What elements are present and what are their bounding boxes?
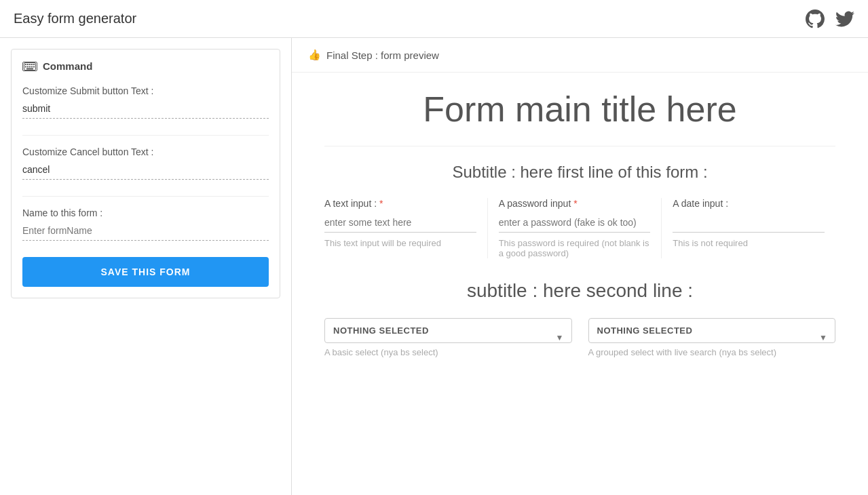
- right-panel: 👍 Final Step : form preview Form main ti…: [292, 38, 868, 495]
- keyboard-icon: [22, 62, 37, 71]
- field-text: A text input : * This text input will be…: [324, 198, 488, 258]
- select-basic[interactable]: NOTHING SELECTED: [324, 318, 572, 343]
- command-card: Command Customize Submit button Text : C…: [11, 49, 280, 298]
- cancel-group: Customize Cancel button Text :: [22, 146, 269, 180]
- submit-input[interactable]: [22, 100, 269, 119]
- app-header: Easy form generator: [0, 0, 868, 38]
- fields-row: A text input : * This text input will be…: [324, 198, 835, 258]
- submit-label: Customize Submit button Text :: [22, 85, 269, 96]
- title-divider: [324, 146, 835, 146]
- field-date-input[interactable]: [673, 214, 825, 233]
- cancel-input[interactable]: [22, 161, 269, 180]
- field-password-hint: This password is required (not blank is …: [499, 238, 651, 258]
- save-button[interactable]: SAVE THIS FORM: [22, 257, 269, 287]
- left-panel: Command Customize Submit button Text : C…: [0, 38, 292, 495]
- preview-header: 👍 Final Step : form preview: [292, 38, 868, 73]
- svg-rect-4: [31, 64, 33, 65]
- svg-rect-9: [31, 66, 33, 67]
- field-text-label: A text input : *: [324, 198, 476, 209]
- field-text-input[interactable]: [324, 214, 476, 233]
- svg-rect-2: [27, 64, 29, 65]
- panel-header: Command: [22, 60, 269, 72]
- divider-2: [22, 196, 269, 197]
- divider-1: [22, 135, 269, 136]
- twitter-icon[interactable]: [835, 9, 854, 28]
- formname-input[interactable]: [22, 222, 269, 241]
- preview-header-text: Final Step : form preview: [326, 50, 439, 61]
- required-star-text: *: [379, 198, 383, 209]
- field-password-input[interactable]: [499, 214, 651, 233]
- selects-row: NOTHING SELECTED ▼ A basic select (nya b…: [324, 318, 835, 357]
- select-basic-hint: A basic select (nya bs select): [324, 347, 572, 357]
- select-grouped-hint: A grouped select with live search (nya b…: [588, 347, 836, 357]
- field-date-label: A date input :: [673, 198, 825, 209]
- header-icons: [806, 9, 854, 28]
- svg-rect-8: [29, 66, 31, 67]
- field-password: A password input * This password is requ…: [499, 198, 662, 258]
- field-text-hint: This text input will be required: [324, 238, 476, 248]
- submit-group: Customize Submit button Text :: [22, 85, 269, 119]
- required-star-password: *: [573, 198, 577, 209]
- second-subtitle: subtitle : here second line :: [324, 280, 835, 302]
- main-layout: Command Customize Submit button Text : C…: [0, 38, 868, 495]
- app-title: Easy form generator: [14, 11, 136, 26]
- svg-rect-6: [25, 66, 26, 67]
- svg-rect-10: [33, 66, 35, 67]
- field-date-hint: This is not required: [673, 238, 825, 248]
- formname-group: Name to this form :: [22, 207, 269, 241]
- thumbs-up-icon: 👍: [308, 49, 321, 61]
- panel-title: Command: [43, 60, 92, 72]
- cancel-label: Customize Cancel button Text :: [22, 146, 269, 157]
- field-password-label: A password input *: [499, 198, 651, 209]
- form-main-title: Form main title here: [324, 89, 835, 130]
- preview-content: Form main title here Subtitle : here fir…: [292, 73, 868, 379]
- svg-rect-7: [27, 66, 29, 67]
- form-subtitle: Subtitle : here first line of this form …: [324, 163, 835, 182]
- select-grouped[interactable]: NOTHING SELECTED: [588, 318, 836, 343]
- github-icon[interactable]: [806, 9, 825, 28]
- svg-rect-1: [25, 64, 26, 65]
- svg-rect-5: [33, 64, 35, 65]
- select-grouped-wrapper: NOTHING SELECTED ▼ A grouped select with…: [588, 318, 836, 357]
- svg-rect-11: [26, 68, 33, 69]
- field-date: A date input : This is not required: [673, 198, 835, 258]
- formname-label: Name to this form :: [22, 207, 269, 218]
- svg-rect-3: [29, 64, 31, 65]
- select-basic-wrapper: NOTHING SELECTED ▼ A basic select (nya b…: [324, 318, 572, 357]
